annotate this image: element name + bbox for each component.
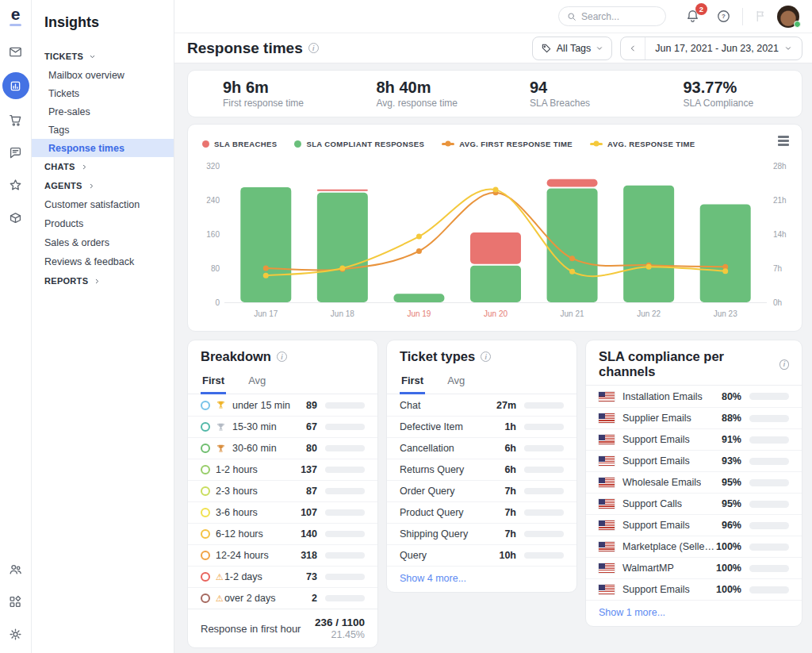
breakdown-row[interactable]: 3-6 hours107 [188,501,377,523]
breakdown-row[interactable]: 15-30 min67 [188,416,377,437]
legend-item-sla-breaches[interactable]: SLA BREACHES [202,140,277,148]
page-title-info-icon[interactable]: i [308,43,319,53]
legend-item-avg-first-response-time[interactable]: AVG. FIRST RESPONSE TIME [442,140,573,148]
sla-channel-row[interactable]: Installation Emails80% [586,386,802,407]
all-tags-dropdown[interactable]: All Tags [532,36,613,60]
breakdown-row[interactable]: 6-12 hours140 [188,523,377,544]
sla-channels-show-more-link[interactable]: Show 1 more... [586,600,802,626]
ticket-type-row[interactable]: Defective Item1h [387,416,576,437]
ticket-type-row[interactable]: Product Query7h [387,501,576,523]
settings-icon[interactable] [6,624,25,643]
ticket-type-value: 7h [504,507,516,518]
content: 9h 6mFirst response time8h 40mAvg. respo… [174,63,812,653]
sla-channels-info-icon[interactable]: i [779,359,789,370]
sidebar-item-sales-orders[interactable]: Sales & orders [32,233,174,252]
sla-channel-row[interactable]: Support Emails91% [586,428,802,450]
ticket-types-show-more-link[interactable]: Show 4 more... [387,566,576,592]
date-range-button[interactable]: Jun 17, 2021 - Jun 23, 2021 [645,43,802,54]
sidebar-item-response-times[interactable]: Response times [32,139,174,157]
breakdown-row[interactable]: 1-2 hours137 [188,459,377,480]
breakdown-progress-bar [325,574,365,580]
sla-channel-row[interactable]: Support Emails100% [586,578,802,600]
orders-icon[interactable] [6,110,25,129]
breakdown-header: Breakdown i [188,340,377,370]
sidebar-item-mailbox-overview[interactable]: Mailbox overview [32,66,174,84]
section-label: TICKETS [44,52,83,61]
sidebar-section-reports[interactable]: REPORTS [32,271,174,290]
breakdown-row[interactable]: 12-24 hours318 [188,544,377,566]
help-button[interactable]: ? [716,9,731,24]
help-icon: ? [716,9,731,24]
breakdown-row[interactable]: 2-3 hours87 [188,480,377,501]
svg-text:240: 240 [206,196,220,205]
products-icon[interactable] [6,208,25,227]
breakdown-row[interactable]: ⚠1-2 days73 [188,566,377,587]
breakdown-progress-bar [325,595,365,601]
mail-icon[interactable] [6,42,25,61]
sidebar-section-agents[interactable]: AGENTS [32,176,174,195]
sla-channel-row[interactable]: WalmartMP100% [586,557,802,578]
insights-icon[interactable] [2,72,29,99]
sidebar-section-tickets[interactable]: TICKETS [32,47,174,66]
breakdown-row[interactable]: 30-60 min80 [188,437,377,459]
ticket-type-row[interactable]: Returns Query6h [387,459,576,480]
sla-channel-row[interactable]: Support Emails93% [586,450,802,471]
date-prev-button[interactable] [621,37,645,60]
apps-icon[interactable] [6,592,25,611]
users-icon[interactable] [6,559,25,578]
ticket-type-label: Returns Query [400,464,464,475]
sla-channel-row[interactable]: Supplier Emails88% [586,407,802,428]
ticket-type-row[interactable]: Query10h [387,544,576,566]
header-controls: All Tags Jun 17, 2021 - Jun 23, 2021 [532,36,802,60]
breakdown-row-value: 80 [306,443,317,454]
tab-first[interactable]: First [201,370,226,394]
legend-item-avg-response-time[interactable]: AVG. RESPONSE TIME [590,140,695,148]
ticket-type-row[interactable]: Shipping Query7h [387,523,576,544]
tab-avg[interactable]: Avg [446,370,466,394]
avatar[interactable] [777,6,799,28]
chart-menu-button[interactable] [778,136,789,146]
sidebar-item-reviews-feedback[interactable]: Reviews & feedback [32,252,174,271]
breakdown-row[interactable]: ⚠over 2 days2 [188,587,377,609]
chevron-right-icon [81,163,88,171]
app-logo[interactable]: e [10,6,21,26]
warning-icon: ⚠ [216,572,224,582]
breakdown-row-label: under 15 min [232,400,290,411]
ticket-type-progress-bar [524,402,564,409]
chat-icon[interactable] [6,143,25,162]
breakdown-row-value: 2 [312,593,317,604]
sla-channel-percent: 91% [722,434,741,445]
ticket-type-row[interactable]: Chat27m [387,394,576,416]
sidebar-item-products[interactable]: Products [32,214,174,233]
sidebar-item-pre-sales[interactable]: Pre-sales [32,102,174,121]
sidebar-item-customer-satisfaction[interactable]: Customer satisfaction [32,195,174,214]
flag-button[interactable] [754,10,768,23]
sla-channel-row[interactable]: Marketplace (SellerCentral)100% [586,536,802,557]
sidebar-section-chats[interactable]: CHATS [32,157,174,176]
breakdown-tabs: FirstAvg [188,370,377,394]
sla-channel-row[interactable]: Support Emails96% [586,514,802,536]
ticket-type-row[interactable]: Order Query7h [387,480,576,501]
tab-first[interactable]: First [400,370,425,394]
sla-channel-row[interactable]: Wholesale Emails95% [586,471,802,493]
tab-avg[interactable]: Avg [247,370,267,394]
kpi-sla-breaches: 94SLA Breaches [495,79,649,109]
breakdown-footer: Response in first hour 236 / 1100 21.45% [188,609,377,647]
notifications-button[interactable]: 2 [685,9,700,24]
sla-channel-row[interactable]: Support Calls95% [586,493,802,514]
search-input[interactable]: Search... [558,6,666,26]
us-flag-icon [599,413,615,423]
ticket-type-row[interactable]: Cancellation6h [387,437,576,459]
reviews-icon[interactable] [6,175,25,194]
ticket-type-progress-bar [524,488,564,494]
sidebar-item-tickets[interactable]: Tickets [32,84,174,102]
sla-channel-label: Installation Emails [622,391,703,402]
legend-label: AVG. RESPONSE TIME [607,140,695,148]
legend-line-icon [590,143,603,145]
breakdown-row[interactable]: under 15 min89 [188,394,377,416]
ticket-types-info-icon[interactable]: i [481,351,491,362]
legend-item-sla-compliant-responses[interactable]: SLA COMPLIANT RESPONSES [294,140,424,148]
sidebar-item-tags[interactable]: Tags [32,121,174,139]
bronze-trophy-icon [216,444,229,454]
breakdown-info-icon[interactable]: i [277,351,287,362]
